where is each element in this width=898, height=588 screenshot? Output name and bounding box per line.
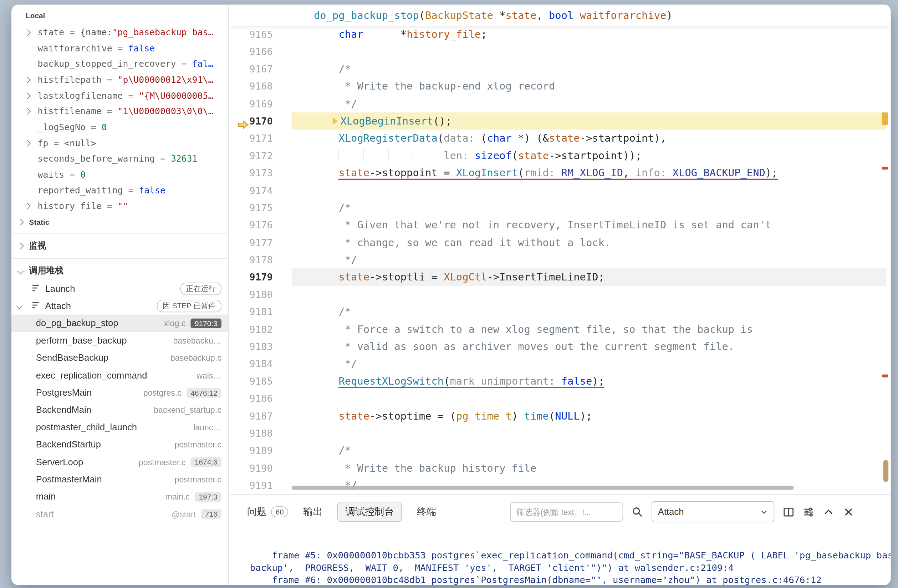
frame-location: backend_startup.c xyxy=(154,406,221,415)
code-line[interactable]: 9186 xyxy=(229,390,891,408)
code-line[interactable]: 9178 */ xyxy=(229,251,891,269)
chevron-down-icon xyxy=(17,268,24,274)
variable-row[interactable]: _logSegNo = 0 xyxy=(11,120,228,135)
variable-name: fp xyxy=(38,138,49,148)
frame-function: do_pg_backup_stop xyxy=(36,318,118,329)
chevron-right-icon xyxy=(24,92,31,99)
code-text: state->stoptime = (pg_time_t) time(NULL)… xyxy=(314,408,891,425)
horizontal-scrollbar[interactable] xyxy=(292,486,794,490)
maximize-panel-icon[interactable] xyxy=(823,506,834,517)
variable-row[interactable]: waits = 0 xyxy=(11,167,228,183)
frame-location: wals… xyxy=(197,371,221,380)
console-filter-input[interactable] xyxy=(510,502,623,521)
variable-row[interactable]: waitforarchive = false xyxy=(11,40,228,56)
vertical-scrollbar[interactable] xyxy=(883,460,888,482)
panel-tab-调试控制台[interactable]: 调试控制台 xyxy=(337,502,402,522)
variable-row[interactable]: lastxlogfilename = "{M\U00000005… xyxy=(11,88,228,103)
code-line[interactable]: 9175 /* xyxy=(229,199,891,217)
variable-row[interactable]: histfilename = "1\U00000003\0\0\… xyxy=(11,103,228,119)
close-panel-icon[interactable] xyxy=(843,506,854,517)
code-line[interactable]: 9171 XLogRegisterData(data: (char *) (&s… xyxy=(229,130,891,147)
debug-session-select[interactable]: Attach xyxy=(652,501,774,522)
code-line[interactable]: 9188 xyxy=(229,425,891,442)
code-text: state->stoptli = XLogCtl->InsertTimeLine… xyxy=(314,269,891,286)
stack-frame-row[interactable]: BackendMainbackend_startup.c xyxy=(11,402,228,419)
code-line[interactable]: 9189 /* xyxy=(229,442,891,460)
variable-row[interactable]: backup_stopped_in_recovery = fal… xyxy=(11,56,228,72)
sticky-scroll-header[interactable]: do_pg_backup_stop(BackupState *state, bo… xyxy=(229,5,891,26)
code-line[interactable]: 9180 xyxy=(229,286,891,303)
code-line[interactable]: 9181 /* xyxy=(229,303,891,321)
stack-frame-row[interactable]: SendBaseBackupbasebackup.c xyxy=(11,349,228,367)
panel-tab-终端[interactable]: 终端 xyxy=(417,505,436,519)
code-line[interactable]: 9165 char *history_file; xyxy=(229,26,891,43)
code-line[interactable]: 9183 * valid as soon as archiver moves o… xyxy=(229,338,891,356)
panel-tab-问题[interactable]: 问题60 xyxy=(247,505,289,519)
variable-row[interactable]: reported_waiting = false xyxy=(11,183,228,199)
line-number: 9174 xyxy=(229,182,273,199)
code-text: * Write the backup-end xlog record xyxy=(314,78,891,95)
line-number: 9190 xyxy=(229,460,273,477)
stack-frame-row[interactable]: BackendStartuppostmaster.c xyxy=(11,436,228,454)
variable-row[interactable]: state = {name:"pg_basebackup bas… xyxy=(11,25,228,40)
line-number: 9188 xyxy=(229,425,273,442)
code-line[interactable]: 9187 state->stoptime = (pg_time_t) time(… xyxy=(229,408,891,425)
variable-value: 0 xyxy=(80,169,86,180)
thread-row[interactable]: Attach因 STEP 已暂停 xyxy=(11,297,228,315)
watch-section-header[interactable]: 监视 xyxy=(11,237,228,256)
code-line[interactable]: 9176 * Given that we're not in recovery,… xyxy=(229,217,891,234)
frame-line-badge: 9170:3 xyxy=(191,319,221,328)
code-line[interactable]: 9190 * Write the backup history file xyxy=(229,460,891,477)
code-line[interactable]: 9177 * change, so we can read it without… xyxy=(229,234,891,251)
stack-frame-row[interactable]: do_pg_backup_stopxlog.c9170:3 xyxy=(11,315,228,332)
stack-frame-row[interactable]: ServerLooppostmaster.c1674:6 xyxy=(11,454,228,471)
code-line[interactable]: 9168 * Write the backup-end xlog record xyxy=(229,78,891,95)
variable-row[interactable]: history_file = "" xyxy=(11,199,228,214)
code-text: /* xyxy=(314,60,891,78)
split-console-icon[interactable] xyxy=(783,506,794,517)
code-line[interactable]: 9169 */ xyxy=(229,95,891,113)
callstack-section-header[interactable]: 调用堆栈 xyxy=(11,262,228,280)
stack-frame-row[interactable]: start@start716 xyxy=(11,506,228,523)
panel-tab-label: 问题 xyxy=(247,505,266,519)
code-line[interactable]: 9184 */ xyxy=(229,356,891,373)
code-line[interactable]: 9172 len: sizeof(state->startpoint)); xyxy=(229,147,891,165)
variable-name: lastxlogfilename xyxy=(38,91,123,101)
line-number: 9180 xyxy=(229,286,273,303)
code-line[interactable]: 9179 state->stoptli = XLogCtl->InsertTim… xyxy=(229,269,891,286)
search-icon[interactable] xyxy=(632,506,643,517)
code-line[interactable]: 9174 xyxy=(229,182,891,199)
chevron-right-icon xyxy=(24,203,31,209)
code-line[interactable]: 9191 */ xyxy=(229,477,891,494)
stack-frame-row[interactable]: postmaster_child_launchlaunc… xyxy=(11,419,228,436)
section-divider xyxy=(11,258,228,259)
thread-row[interactable]: Launch正在运行 xyxy=(11,280,228,297)
filter-settings-icon[interactable] xyxy=(803,506,814,517)
panel-tab-输出[interactable]: 输出 xyxy=(303,505,322,519)
variable-value: false xyxy=(139,186,166,196)
stack-frame-row[interactable]: perform_base_backupbasebacku… xyxy=(11,332,228,349)
stack-frame-row[interactable]: PostgresMainpostgres.c4676:12 xyxy=(11,384,228,402)
code-line[interactable]: 9173 state->stoppoint = XLogInsert(rmid:… xyxy=(229,165,891,182)
variable-row[interactable]: seconds_before_warning = 32631 xyxy=(11,151,228,166)
code-line[interactable]: 9167 /* xyxy=(229,60,891,78)
frame-line-badge: 1674:6 xyxy=(191,457,221,467)
frame-function: PostgresMain xyxy=(36,388,92,398)
stack-frame-row[interactable]: PostmasterMainpostmaster.c xyxy=(11,471,228,488)
stack-frame-row[interactable]: mainmain.c197:3 xyxy=(11,488,228,506)
frame-function: main xyxy=(36,492,56,502)
watch-section-label: 监视 xyxy=(29,240,46,251)
debug-console-output[interactable]: frame #5: 0x000000010bcbb353 postgres`ex… xyxy=(229,529,891,585)
variable-row[interactable]: fp = <null> xyxy=(11,135,228,151)
code-line[interactable]: 9166 xyxy=(229,43,891,61)
static-scope-header[interactable]: Static xyxy=(11,214,228,230)
variable-row[interactable]: histfilepath = "p\U00000012\x91\… xyxy=(11,72,228,88)
stack-frame-row[interactable]: exec_replication_commandwals… xyxy=(11,367,228,384)
chevron-right-icon xyxy=(24,140,31,146)
code-line[interactable]: 9185 RequestXLogSwitch(mark_unimportant:… xyxy=(229,373,891,390)
code-text: /* xyxy=(314,303,891,321)
code-line[interactable]: 9170 XLogBeginInsert(); xyxy=(229,112,891,130)
code-line[interactable]: 9182 * Force a switch to a new xlog segm… xyxy=(229,321,891,338)
frame-location: main.c xyxy=(166,493,190,502)
frame-line-badge: 4676:12 xyxy=(186,388,221,397)
